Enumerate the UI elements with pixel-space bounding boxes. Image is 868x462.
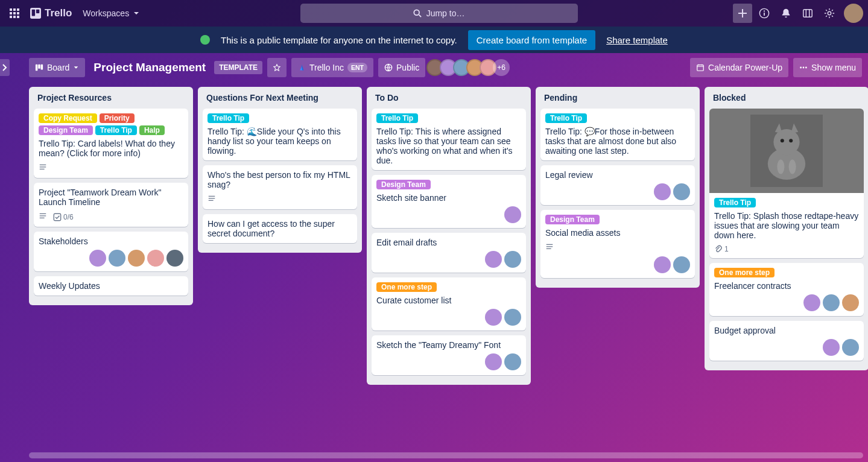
member-avatar[interactable] xyxy=(504,251,521,268)
workspaces-dropdown[interactable]: Workspaces xyxy=(78,4,145,23)
card-labels: Trello Tip xyxy=(545,113,690,123)
card[interactable]: One more stepFreelancer contracts xyxy=(709,263,864,316)
view-switcher[interactable]: Board xyxy=(29,58,85,77)
label[interactable]: Trello Tip xyxy=(95,125,137,135)
share-template-link[interactable]: Share template xyxy=(606,35,668,45)
member-avatar[interactable] xyxy=(823,339,840,356)
notifications-icon[interactable] xyxy=(776,4,796,23)
svg-rect-10 xyxy=(32,10,35,16)
member-avatar[interactable] xyxy=(147,250,164,267)
svg-point-17 xyxy=(828,11,831,14)
expand-sidebar-button[interactable] xyxy=(0,59,10,76)
label[interactable]: Halp xyxy=(139,125,165,135)
trello-logo[interactable]: Trello xyxy=(27,7,75,19)
workspace-chip[interactable]: Trello Inc ENT xyxy=(291,58,373,77)
card[interactable]: Weekly Updates xyxy=(34,276,188,296)
calendar-powerup-button[interactable]: Calendar Power-Up xyxy=(690,58,788,77)
member-avatar[interactable] xyxy=(823,294,840,311)
card[interactable]: Design TeamSocial media assets xyxy=(540,210,695,278)
card[interactable]: Stakeholders xyxy=(34,232,188,271)
svg-rect-16 xyxy=(803,10,812,17)
board-title[interactable]: Project Management xyxy=(90,61,209,74)
card-labels: Design Team xyxy=(545,215,690,224)
member-avatar[interactable] xyxy=(842,339,859,356)
horizontal-scrollbar[interactable] xyxy=(29,452,863,458)
card[interactable]: Legal review xyxy=(540,165,695,205)
list-title[interactable]: To Do xyxy=(372,92,526,109)
member-avatar[interactable] xyxy=(504,309,521,326)
card-members xyxy=(545,256,690,273)
search-input[interactable]: Jump to… xyxy=(300,4,578,23)
card[interactable]: Copy RequestPriorityDesign TeamTrello Ti… xyxy=(34,109,188,178)
label[interactable]: Priority xyxy=(100,113,135,123)
member-avatar[interactable] xyxy=(673,183,690,200)
member-avatar[interactable] xyxy=(485,309,502,326)
create-board-button[interactable]: Create board from template xyxy=(468,30,595,50)
card[interactable]: Trello TipTrello Tip: 🌊Slide your Q's in… xyxy=(203,109,357,160)
label[interactable]: One more step xyxy=(714,268,775,277)
list-title[interactable]: Blocked xyxy=(709,92,864,109)
card[interactable]: Trello TipTrello Tip: Splash those redta… xyxy=(709,109,864,258)
member-avatar[interactable] xyxy=(654,256,671,273)
member-avatar[interactable] xyxy=(166,250,183,267)
label[interactable]: Trello Tip xyxy=(376,113,418,123)
info-icon[interactable] xyxy=(755,4,774,23)
label[interactable]: One more step xyxy=(376,282,437,292)
member-avatar[interactable] xyxy=(109,250,125,267)
card[interactable]: Who's the best person to fix my HTML sna… xyxy=(203,165,357,209)
card-text: Trello Tip: 💬For those in-between tasks … xyxy=(545,127,690,156)
card[interactable]: Trello TipTrello Tip: This is where assi… xyxy=(372,109,526,170)
member-avatar[interactable] xyxy=(485,353,502,370)
visibility-button[interactable]: Public xyxy=(378,58,425,77)
card[interactable]: Edit email drafts xyxy=(372,233,526,273)
apps-icon[interactable] xyxy=(5,4,24,23)
card-text: Project "Teamwork Dream Work" Launch Tim… xyxy=(39,188,183,207)
card-badges xyxy=(207,194,352,204)
account-avatar[interactable] xyxy=(844,4,863,23)
member-avatar[interactable] xyxy=(803,294,820,311)
label[interactable]: Design Team xyxy=(39,125,93,135)
card-labels: Trello Tip xyxy=(207,113,352,123)
member-avatar[interactable] xyxy=(504,206,521,223)
member-avatar[interactable] xyxy=(89,250,106,267)
board-canvas[interactable]: Project ResourcesCopy RequestPriorityDes… xyxy=(0,82,868,450)
card[interactable]: Sketch the "Teamy Dreamy" Font xyxy=(372,335,526,375)
list-title[interactable]: Project Resources xyxy=(34,92,188,109)
label[interactable]: Design Team xyxy=(545,215,600,224)
card[interactable]: Design TeamSketch site banner xyxy=(372,175,526,228)
settings-icon[interactable] xyxy=(820,4,839,23)
member-avatar[interactable] xyxy=(128,250,145,267)
svg-rect-15 xyxy=(764,13,765,16)
card[interactable]: Trello TipTrello Tip: 💬For those in-betw… xyxy=(540,109,695,160)
member-overflow[interactable]: +6 xyxy=(493,59,510,76)
card-labels: Trello Tip xyxy=(714,198,859,207)
svg-rect-8 xyxy=(17,16,19,18)
template-banner: This is a public template for anyone on … xyxy=(0,27,868,53)
show-menu-button[interactable]: Show menu xyxy=(793,58,862,77)
top-navbar: Trello Workspaces Jump to… xyxy=(0,0,868,27)
label[interactable]: Design Team xyxy=(376,180,431,189)
member-avatar[interactable] xyxy=(842,294,859,311)
member-avatar[interactable] xyxy=(673,256,690,273)
list-title[interactable]: Questions For Next Meeting xyxy=(203,92,357,109)
card[interactable]: Project "Teamwork Dream Work" Launch Tim… xyxy=(34,183,188,227)
label[interactable]: Trello Tip xyxy=(207,113,249,123)
member-avatar[interactable] xyxy=(654,183,671,200)
star-button[interactable] xyxy=(267,58,287,77)
attachment-badge: 1 xyxy=(714,245,729,253)
chevron-down-icon xyxy=(133,10,140,17)
boards-icon[interactable] xyxy=(798,4,817,23)
card[interactable]: How can I get access to the super secret… xyxy=(203,214,357,243)
label[interactable]: Trello Tip xyxy=(545,113,587,123)
board-members[interactable]: +6 xyxy=(430,59,510,76)
svg-point-35 xyxy=(789,159,796,174)
label[interactable]: Copy Request xyxy=(39,113,97,123)
card[interactable]: Budget approval xyxy=(709,321,864,361)
card-text: Social media assets xyxy=(545,228,690,238)
list-title[interactable]: Pending xyxy=(540,92,695,109)
card[interactable]: One more stepCurate customer list xyxy=(372,277,526,331)
member-avatar[interactable] xyxy=(485,251,502,268)
label[interactable]: Trello Tip xyxy=(714,198,756,207)
create-button[interactable] xyxy=(733,4,752,23)
member-avatar[interactable] xyxy=(504,353,521,370)
